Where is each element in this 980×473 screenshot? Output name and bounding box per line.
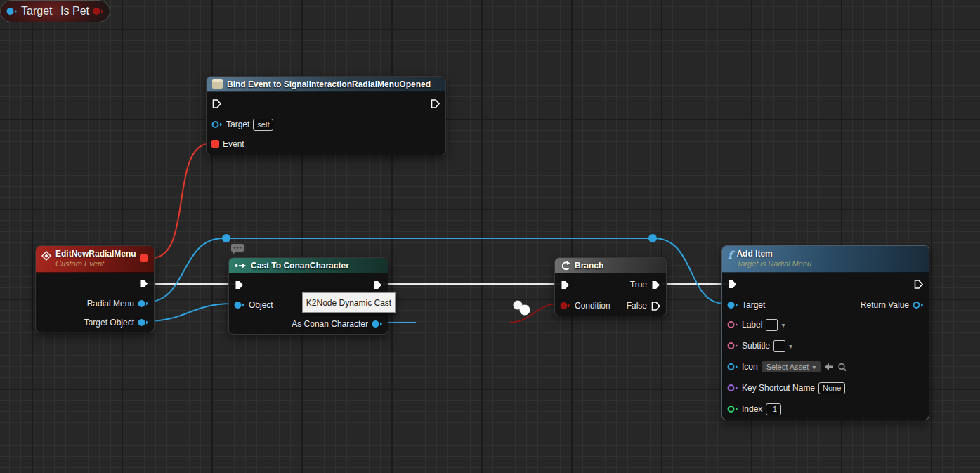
function-icon: f: [728, 250, 732, 261]
label-pin-label: Label: [742, 320, 762, 330]
branch-node[interactable]: Branch True Condition False: [554, 257, 667, 316]
label-input-pin[interactable]: [727, 320, 738, 329]
index-pin-label: Index: [742, 404, 762, 414]
node-subtitle: Custom Event: [55, 259, 136, 269]
key-shortcut-pin-label: Key Shortcut Name: [742, 383, 815, 393]
label-text-field[interactable]: [766, 319, 778, 331]
subtitle-input-pin[interactable]: [727, 342, 738, 350]
return-value-pin-label: Return Value: [861, 300, 909, 310]
subtitle-dropdown-chevron[interactable]: ▾: [789, 342, 792, 350]
label-dropdown-chevron[interactable]: ▾: [781, 321, 785, 329]
radial-menu-output-pin[interactable]: [138, 299, 149, 308]
condition-input-pin[interactable]: [560, 302, 571, 310]
exec-output-pin[interactable]: [913, 279, 924, 290]
exec-input-pin[interactable]: [234, 280, 244, 290]
exec-input-pin[interactable]: [211, 98, 222, 109]
wire-delegate-event: [152, 143, 211, 258]
exec-input-pin[interactable]: [727, 279, 738, 290]
select-asset-label: Select Asset: [766, 363, 809, 371]
use-selected-asset-icon[interactable]: [824, 363, 834, 371]
node-title: Add Item: [736, 249, 811, 259]
false-pin-label: False: [627, 301, 647, 311]
condition-pin-label: Condition: [575, 301, 610, 311]
target-self-value[interactable]: self: [253, 119, 273, 131]
node-title: Cast To ConanCharacter: [251, 261, 349, 271]
false-exec-output-pin[interactable]: [651, 301, 661, 311]
cast-icon: [235, 261, 247, 270]
object-input-pin[interactable]: [234, 301, 245, 309]
node-tooltip: K2Node Dynamic Cast: [302, 292, 396, 313]
target-pin[interactable]: [211, 120, 223, 129]
true-pin-label: True: [630, 280, 647, 290]
node-title: Bind Event to SignalInteractionRadialMen…: [227, 79, 431, 89]
subtitle-text-field[interactable]: [773, 340, 785, 352]
node-title: Branch: [575, 261, 603, 271]
add-item-node[interactable]: f Add Item Target is Radial Menu Target …: [721, 245, 929, 420]
exec-output-pin[interactable]: [430, 98, 440, 109]
tooltip-text: K2Node Dynamic Cast: [306, 298, 391, 308]
exec-output-pin[interactable]: [138, 278, 149, 289]
exec-output-pin[interactable]: [372, 280, 383, 290]
custom-event-icon: [41, 251, 51, 261]
event-pin-label: Event: [223, 139, 244, 149]
true-exec-output-pin[interactable]: [651, 280, 661, 290]
return-value-output-pin[interactable]: [913, 301, 924, 309]
target-object-pin-label: Target Object: [84, 318, 134, 328]
select-asset-chevron: ▾: [812, 363, 816, 371]
reroute-node-left[interactable]: [222, 234, 230, 242]
bind-event-node[interactable]: Bind Event to SignalInteractionRadialMen…: [206, 76, 446, 155]
icon-select-asset-dropdown[interactable]: Select Asset ▾: [762, 361, 821, 372]
target-pin-label: Target: [226, 119, 249, 129]
object-pin-label: Object: [249, 300, 273, 310]
key-shortcut-input-pin[interactable]: [727, 384, 738, 392]
comment-bubble-icon[interactable]: [231, 244, 244, 254]
target-object-output-pin[interactable]: [138, 318, 149, 327]
as-conan-character-output-pin[interactable]: [372, 320, 383, 328]
blueprint-graph-canvas[interactable]: Bind Event to SignalInteractionRadialMen…: [0, 0, 980, 473]
icon-pin-label: Icon: [742, 362, 758, 372]
radial-menu-pin-label: Radial Menu: [87, 299, 134, 309]
index-value-field[interactable]: -1: [766, 403, 781, 415]
node-title: EditNewRadialMenu: [55, 249, 136, 259]
subtitle-pin-label: Subtitle: [742, 341, 770, 351]
reroute-node-right[interactable]: [648, 234, 657, 242]
icon-input-pin[interactable]: [727, 363, 738, 371]
key-shortcut-value-field[interactable]: None: [818, 382, 845, 394]
branch-icon: [561, 261, 570, 271]
cursor-bubbles: [511, 299, 533, 318]
browse-asset-icon[interactable]: [837, 363, 847, 372]
target-input-pin[interactable]: [727, 301, 738, 309]
target-pin-label: Target: [742, 300, 765, 310]
delegate-output-pin[interactable]: [140, 254, 148, 262]
wire-targetobject-to-object: [146, 304, 232, 321]
as-conan-character-pin-label: As Conan Character: [292, 319, 368, 329]
custom-event-node[interactable]: EditNewRadialMenu Custom Event Radial Me…: [35, 245, 155, 332]
event-delegate-pin[interactable]: [211, 140, 219, 148]
node-subtitle: Target is Radial Menu: [736, 259, 811, 269]
exec-input-pin[interactable]: [560, 280, 570, 290]
wire-radialmenu-to-reroute: [146, 238, 223, 302]
index-input-pin[interactable]: [727, 405, 738, 413]
bind-event-icon: [212, 79, 223, 89]
